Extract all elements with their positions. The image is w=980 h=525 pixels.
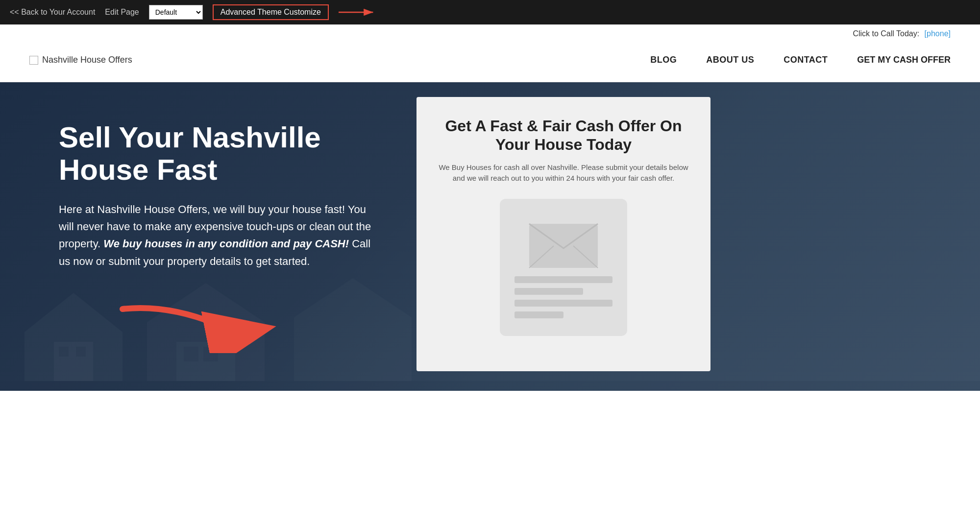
- logo-image-icon: [29, 56, 38, 65]
- call-bar: Click to Call Today: [phone]: [0, 24, 980, 38]
- hero-left: Sell Your Nashville House Fast Here at N…: [0, 82, 402, 391]
- admin-bar-left: << Back to Your Account Edit Page Defaul…: [10, 4, 378, 20]
- main-nav: BLOG ABOUT US CONTACT GET MY CASH OFFER: [650, 55, 951, 65]
- nav-about-us[interactable]: ABOUT US: [706, 55, 754, 65]
- envelope-icon: [527, 216, 600, 270]
- arrow-indicator: [339, 7, 378, 17]
- hero-right: Get A Fast & Fair Cash Offer On Your Hou…: [402, 82, 725, 391]
- phone-link[interactable]: [phone]: [925, 29, 951, 38]
- site-header: Nashville House Offers BLOG ABOUT US CON…: [0, 38, 980, 82]
- back-to-account-link[interactable]: << Back to Your Account: [10, 8, 95, 17]
- form-lines: [510, 276, 617, 318]
- hero-arrow: [118, 294, 372, 355]
- form-line-1: [514, 276, 612, 283]
- nav-blog[interactable]: BLOG: [650, 55, 677, 65]
- red-arrow-icon: [118, 294, 284, 353]
- form-card-subtitle: We Buy Houses for cash all over Nashvill…: [436, 162, 691, 184]
- form-line-3: [514, 300, 612, 307]
- advanced-theme-customize-button[interactable]: Advanced Theme Customize: [213, 4, 329, 20]
- form-card: Get A Fast & Fair Cash Offer On Your Hou…: [416, 97, 710, 371]
- nav-get-cash-offer[interactable]: GET MY CASH OFFER: [857, 55, 951, 65]
- edit-page-link[interactable]: Edit Page: [105, 8, 139, 17]
- form-line-2: [514, 288, 583, 295]
- form-card-title: Get A Fast & Fair Cash Offer On Your Hou…: [436, 117, 691, 154]
- site-logo: Nashville House Offers: [29, 55, 132, 65]
- theme-select[interactable]: Default: [149, 5, 203, 20]
- logo-text: Nashville House Offers: [42, 55, 132, 65]
- form-icon-area: [436, 199, 691, 336]
- call-today-label: Click to Call Today:: [853, 29, 919, 38]
- hero-title: Sell Your Nashville House Fast: [59, 121, 372, 186]
- nav-contact[interactable]: CONTACT: [784, 55, 828, 65]
- hero-section: Sell Your Nashville House Fast Here at N…: [0, 82, 980, 391]
- form-placeholder-box: [500, 199, 627, 336]
- form-line-4: [514, 311, 564, 318]
- admin-bar: << Back to Your Account Edit Page Defaul…: [0, 0, 980, 24]
- left-arrow-icon: [339, 7, 378, 17]
- hero-body-emphasis: We buy houses in any condition and pay C…: [103, 238, 349, 250]
- hero-body: Here at Nashville House Offers, we will …: [59, 201, 372, 270]
